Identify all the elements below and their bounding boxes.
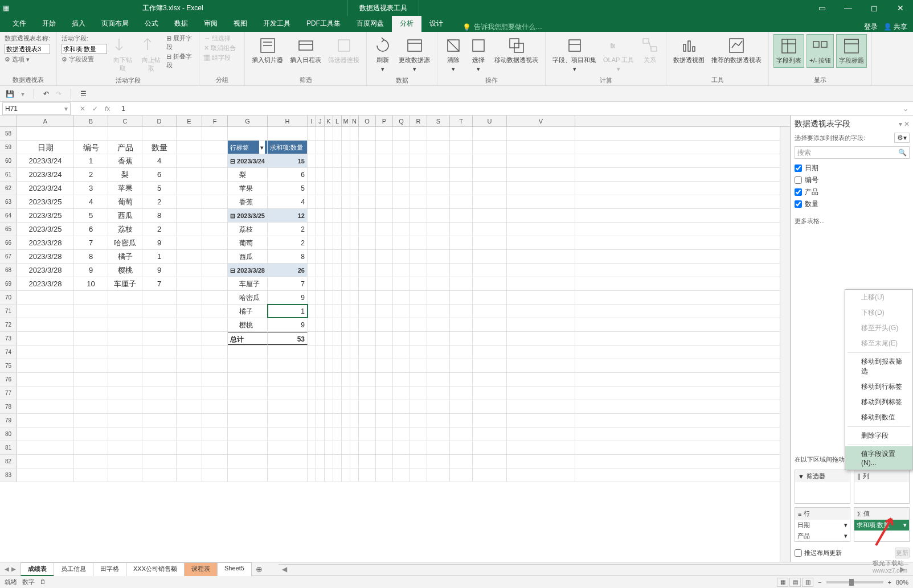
cell[interactable] bbox=[228, 414, 268, 427]
cell[interactable] bbox=[507, 359, 575, 372]
cell[interactable] bbox=[359, 455, 376, 468]
cell[interactable] bbox=[177, 182, 202, 195]
cell[interactable] bbox=[325, 414, 333, 427]
cell[interactable] bbox=[473, 332, 507, 345]
cell[interactable]: 1 bbox=[142, 250, 177, 263]
cell[interactable] bbox=[450, 346, 473, 359]
cell[interactable] bbox=[325, 332, 333, 345]
cell[interactable] bbox=[308, 195, 316, 208]
cell[interactable] bbox=[393, 373, 410, 386]
cell[interactable] bbox=[350, 400, 359, 413]
cell[interactable] bbox=[228, 127, 268, 140]
cell[interactable] bbox=[74, 468, 108, 482]
cell[interactable] bbox=[333, 468, 342, 482]
cell[interactable] bbox=[359, 223, 376, 236]
cell[interactable] bbox=[177, 346, 202, 359]
cell[interactable] bbox=[473, 455, 507, 468]
cell[interactable] bbox=[507, 373, 575, 386]
cell[interactable]: 哈密瓜 bbox=[108, 236, 142, 249]
cell[interactable] bbox=[308, 346, 316, 359]
cell[interactable] bbox=[473, 236, 507, 249]
cell[interactable] bbox=[350, 264, 359, 277]
field-item[interactable]: 产品 bbox=[795, 186, 910, 198]
cell[interactable] bbox=[202, 373, 228, 386]
cell[interactable] bbox=[393, 209, 410, 222]
cell[interactable] bbox=[376, 427, 393, 441]
cell[interactable] bbox=[333, 182, 342, 195]
cell[interactable] bbox=[325, 346, 333, 359]
cell[interactable] bbox=[177, 236, 202, 249]
cell[interactable] bbox=[427, 373, 450, 386]
cell[interactable] bbox=[359, 346, 376, 359]
cell[interactable] bbox=[177, 332, 202, 345]
cell[interactable] bbox=[316, 264, 325, 277]
row-header[interactable]: 61 bbox=[0, 168, 17, 181]
defer-layout-checkbox[interactable] bbox=[795, 549, 802, 557]
cell[interactable] bbox=[316, 318, 325, 331]
cell[interactable] bbox=[507, 250, 575, 263]
cell[interactable] bbox=[393, 414, 410, 427]
col-header-M[interactable]: M bbox=[342, 116, 350, 126]
cell[interactable] bbox=[177, 455, 202, 468]
cell[interactable]: 橘子 bbox=[228, 305, 268, 318]
cell[interactable] bbox=[507, 468, 575, 482]
col-header-C[interactable]: C bbox=[108, 116, 142, 126]
cell[interactable] bbox=[316, 468, 325, 482]
cell[interactable] bbox=[142, 332, 177, 345]
cell[interactable] bbox=[308, 277, 316, 290]
ribbon-tab-3[interactable]: 页面布局 bbox=[93, 15, 137, 32]
cell[interactable] bbox=[142, 386, 177, 400]
cell[interactable] bbox=[359, 250, 376, 263]
clear-button[interactable]: 清除▾ bbox=[442, 34, 465, 75]
add-sheet-button[interactable]: ⊕ bbox=[251, 565, 267, 574]
cell[interactable] bbox=[359, 414, 376, 427]
cell[interactable] bbox=[450, 386, 473, 400]
cell[interactable] bbox=[376, 305, 393, 318]
cell[interactable] bbox=[108, 318, 142, 331]
cell[interactable] bbox=[507, 386, 575, 400]
row-header[interactable]: 81 bbox=[0, 441, 17, 454]
cell[interactable] bbox=[359, 209, 376, 222]
cell[interactable] bbox=[316, 346, 325, 359]
cell[interactable] bbox=[228, 386, 268, 400]
col-header-D[interactable]: D bbox=[142, 116, 177, 126]
col-header-O[interactable]: O bbox=[359, 116, 376, 126]
cell[interactable] bbox=[342, 346, 350, 359]
cell[interactable] bbox=[393, 236, 410, 249]
cell[interactable] bbox=[393, 223, 410, 236]
cell[interactable] bbox=[393, 318, 410, 331]
cell[interactable] bbox=[177, 250, 202, 263]
cell[interactable]: 53 bbox=[268, 332, 308, 345]
cell[interactable] bbox=[316, 182, 325, 195]
cell[interactable] bbox=[393, 386, 410, 400]
cell[interactable] bbox=[359, 318, 376, 331]
cell[interactable] bbox=[359, 359, 376, 372]
name-box[interactable]: H71▾ bbox=[2, 102, 71, 115]
cell[interactable] bbox=[450, 209, 473, 222]
cell[interactable] bbox=[142, 318, 177, 331]
undo-icon[interactable]: ↶ bbox=[43, 90, 49, 98]
enter-icon[interactable]: ✓ bbox=[92, 105, 98, 113]
cell[interactable] bbox=[108, 427, 142, 441]
row-header[interactable]: 83 bbox=[0, 468, 17, 482]
cell[interactable] bbox=[325, 209, 333, 222]
cell[interactable] bbox=[410, 182, 427, 195]
ribbon-tab-0[interactable]: 文件 bbox=[5, 15, 34, 32]
select-button[interactable]: 选择▾ bbox=[467, 34, 490, 75]
cell[interactable] bbox=[17, 386, 74, 400]
cell[interactable] bbox=[376, 346, 393, 359]
cell[interactable]: 2023/3/25 bbox=[17, 209, 74, 222]
cell[interactable] bbox=[202, 441, 228, 454]
cell[interactable] bbox=[333, 318, 342, 331]
cell[interactable] bbox=[450, 332, 473, 345]
cell[interactable] bbox=[410, 455, 427, 468]
field-search-input[interactable]: 搜索 🔍 bbox=[795, 146, 910, 159]
cell[interactable] bbox=[350, 195, 359, 208]
cell[interactable] bbox=[342, 168, 350, 181]
cell[interactable] bbox=[359, 264, 376, 277]
cell[interactable] bbox=[507, 455, 575, 468]
col-header-G[interactable]: G bbox=[228, 116, 268, 126]
cell[interactable] bbox=[17, 427, 74, 441]
collapse-field-button[interactable]: ⊟ 折叠字段 bbox=[166, 52, 194, 69]
cell[interactable] bbox=[507, 154, 575, 167]
